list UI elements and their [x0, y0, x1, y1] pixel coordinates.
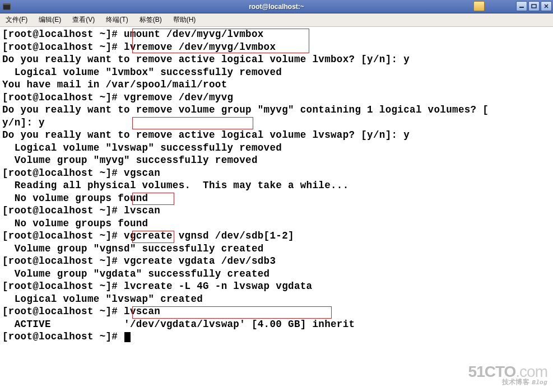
watermark-domain: .com — [515, 363, 547, 380]
watermark: 51CTO.com 技术博客Blog — [468, 366, 547, 389]
maximize-button[interactable] — [528, 1, 540, 11]
document-icon — [473, 1, 485, 11]
menu-tabs[interactable]: 标签(B) — [137, 14, 164, 26]
application-window: root@localhost:~ 文件(F) 编辑(E) 查看(V) 终端(T)… — [0, 0, 553, 392]
titlebar[interactable]: root@localhost:~ — [0, 0, 553, 13]
terminal-cursor — [124, 332, 131, 342]
menu-edit[interactable]: 编辑(E) — [36, 14, 63, 26]
svg-rect-1 — [3, 4, 10, 5]
menu-file[interactable]: 文件(F) — [3, 14, 30, 26]
svg-rect-2 — [519, 7, 524, 8]
window-title: root@localhost:~ — [249, 3, 304, 11]
terminal-output: [root@localhost ~]# umount /dev/myvg/lvm… — [2, 28, 551, 343]
watermark-blog: Blog — [532, 379, 547, 386]
menu-view[interactable]: 查看(V) — [70, 14, 97, 26]
menu-help[interactable]: 帮助(H) — [171, 14, 198, 26]
minimize-button[interactable] — [516, 1, 527, 11]
close-button[interactable] — [541, 1, 552, 11]
menubar: 文件(F) 编辑(E) 查看(V) 终端(T) 标签(B) 帮助(H) — [0, 13, 553, 27]
svg-rect-3 — [532, 4, 536, 8]
terminal-icon — [2, 2, 11, 11]
watermark-brand: 51CTO — [468, 363, 516, 380]
terminal-area[interactable]: [root@localhost ~]# umount /dev/myvg/lvm… — [0, 27, 553, 392]
watermark-subtitle: 技术博客 — [502, 379, 529, 386]
menu-terminal[interactable]: 终端(T) — [104, 14, 130, 26]
window-controls — [516, 1, 552, 11]
